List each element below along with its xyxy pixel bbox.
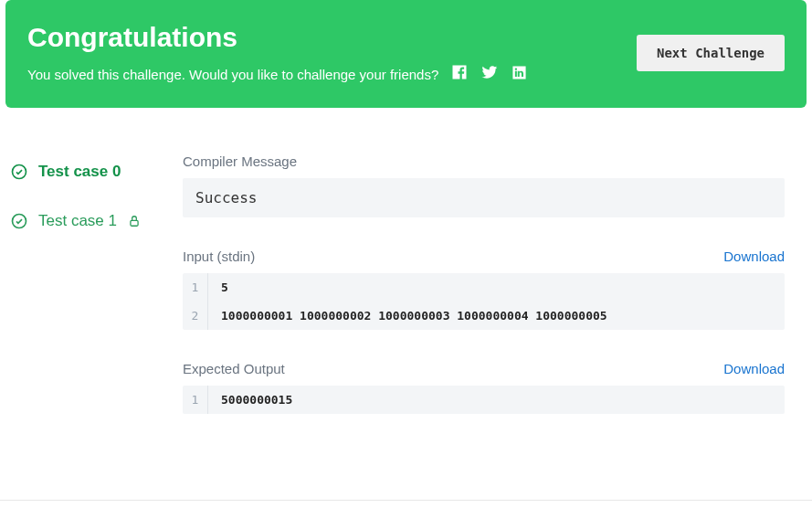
section-head: Input (stdin) Download bbox=[183, 249, 785, 264]
test-case-1[interactable]: Test case 1 bbox=[11, 203, 183, 252]
content-area: Test case 0 Test case 1 Compiler Message… bbox=[0, 108, 812, 445]
divider bbox=[0, 500, 812, 501]
download-expected-link[interactable]: Download bbox=[723, 361, 785, 376]
expected-title: Expected Output bbox=[183, 361, 285, 376]
social-icons bbox=[451, 64, 527, 84]
compiler-message: Success bbox=[183, 178, 785, 217]
line-number: 1 bbox=[183, 386, 208, 414]
input-code-block: 1 5 2 1000000001 1000000002 1000000003 1… bbox=[183, 273, 785, 330]
test-case-sidebar: Test case 0 Test case 1 bbox=[0, 153, 183, 445]
check-circle-icon bbox=[11, 213, 27, 229]
section-head: Compiler Message bbox=[183, 153, 785, 169]
result-panel: Compiler Message Success Input (stdin) D… bbox=[183, 153, 812, 445]
twitter-icon[interactable] bbox=[480, 64, 499, 84]
svg-rect-2 bbox=[131, 220, 138, 226]
banner-title: Congratulations bbox=[27, 22, 527, 53]
line-content: 5000000015 bbox=[208, 386, 305, 414]
input-title: Input (stdin) bbox=[183, 249, 255, 264]
linkedin-icon[interactable] bbox=[511, 65, 527, 84]
line-content: 1000000001 1000000002 1000000003 1000000… bbox=[208, 302, 620, 330]
banner-subtitle: You solved this challenge. Would you lik… bbox=[27, 67, 438, 82]
lock-icon bbox=[128, 215, 141, 227]
code-line: 2 1000000001 1000000002 1000000003 10000… bbox=[183, 302, 785, 330]
download-input-link[interactable]: Download bbox=[723, 249, 785, 264]
section-head: Expected Output Download bbox=[183, 361, 785, 376]
test-case-label: Test case 0 bbox=[38, 163, 121, 181]
code-line: 1 5 bbox=[183, 273, 785, 302]
code-line: 1 5000000015 bbox=[183, 386, 785, 414]
banner-sub-row: You solved this challenge. Would you lik… bbox=[27, 64, 527, 84]
success-banner: Congratulations You solved this challeng… bbox=[5, 0, 807, 108]
test-case-label: Test case 1 bbox=[38, 212, 117, 230]
test-case-0[interactable]: Test case 0 bbox=[11, 153, 183, 203]
line-content: 5 bbox=[208, 273, 241, 302]
facebook-icon[interactable] bbox=[451, 64, 468, 84]
line-number: 1 bbox=[183, 273, 208, 302]
line-number: 2 bbox=[183, 302, 208, 330]
compiler-section: Compiler Message Success bbox=[183, 153, 785, 217]
expected-section: Expected Output Download 1 5000000015 bbox=[183, 361, 785, 414]
check-circle-icon bbox=[11, 164, 27, 180]
banner-left: Congratulations You solved this challeng… bbox=[27, 22, 527, 84]
compiler-title: Compiler Message bbox=[183, 153, 297, 169]
next-challenge-button[interactable]: Next Challenge bbox=[637, 35, 785, 71]
input-section: Input (stdin) Download 1 5 2 1000000001 … bbox=[183, 249, 785, 330]
expected-code-block: 1 5000000015 bbox=[183, 386, 785, 414]
